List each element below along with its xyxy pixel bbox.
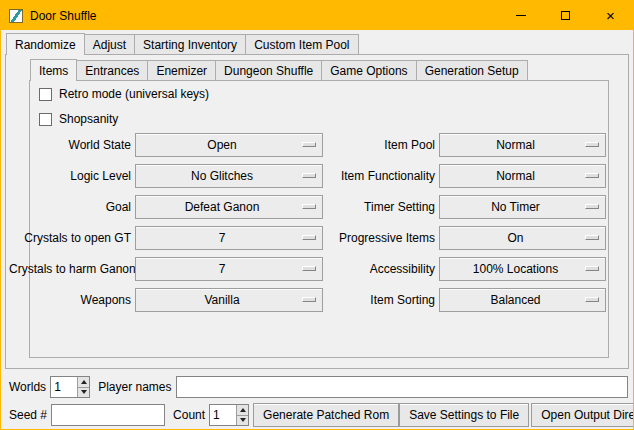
tab-game-options[interactable]: Game Options bbox=[321, 60, 416, 80]
crystals-harm-ganon-value: 7 bbox=[219, 262, 240, 276]
dropdown-indicator-icon bbox=[585, 235, 599, 240]
dropdown-indicator-icon bbox=[585, 297, 599, 302]
spin-down-button[interactable] bbox=[78, 387, 89, 398]
dropdown-indicator-icon bbox=[302, 266, 316, 271]
timer-setting-dropdown[interactable]: No Timer bbox=[439, 195, 606, 219]
worlds-input[interactable] bbox=[51, 377, 77, 397]
crystals-open-gt-dropdown[interactable]: 7 bbox=[135, 226, 323, 250]
player-names-input[interactable] bbox=[176, 376, 629, 398]
window-title: Door Shuffle bbox=[30, 9, 97, 23]
accessibility-dropdown[interactable]: 100% Locations bbox=[439, 257, 606, 281]
crystals-open-gt-value: 7 bbox=[219, 231, 240, 245]
up-arrow-icon bbox=[81, 380, 87, 384]
shopsanity-label: Shopsanity bbox=[59, 112, 118, 126]
dropdown-indicator-icon bbox=[302, 297, 316, 302]
count-input[interactable] bbox=[210, 405, 236, 425]
tab-entrances[interactable]: Entrances bbox=[76, 60, 148, 80]
worlds-stepper[interactable] bbox=[50, 376, 90, 398]
dropdown-indicator-icon bbox=[302, 142, 316, 147]
player-names-label: Player names bbox=[98, 380, 171, 394]
weapons-dropdown[interactable]: Vanilla bbox=[135, 288, 323, 312]
worlds-spin-buttons bbox=[77, 377, 89, 397]
minimize-button[interactable] bbox=[498, 1, 543, 30]
spin-up-button[interactable] bbox=[237, 405, 248, 415]
item-functionality-value: Normal bbox=[496, 169, 549, 183]
dropdown-indicator-icon bbox=[585, 142, 599, 147]
retro-mode-row: Retro mode (universal keys) bbox=[39, 86, 209, 102]
tab-enemizer[interactable]: Enemizer bbox=[147, 60, 216, 80]
tab-items[interactable]: Items bbox=[30, 59, 77, 81]
worlds-row: Worlds Player names bbox=[9, 375, 628, 399]
world-state-dropdown[interactable]: Open bbox=[135, 133, 323, 157]
form-row: Crystals to harm Ganon 7 Accessibility 1… bbox=[9, 256, 606, 281]
spin-down-button[interactable] bbox=[237, 415, 248, 426]
count-stepper[interactable] bbox=[209, 404, 249, 426]
shopsanity-checkbox[interactable] bbox=[39, 113, 52, 126]
weapons-label: Weapons bbox=[9, 293, 131, 307]
accessibility-value: 100% Locations bbox=[473, 262, 572, 276]
dropdown-indicator-icon bbox=[302, 204, 316, 209]
save-settings-button[interactable]: Save Settings to File bbox=[399, 403, 529, 427]
titlebar[interactable]: Door Shuffle × bbox=[1, 1, 633, 30]
timer-setting-label: Timer Setting bbox=[327, 200, 435, 214]
maximize-button[interactable] bbox=[543, 1, 588, 30]
maximize-icon bbox=[561, 11, 570, 20]
progressive-items-value: On bbox=[507, 231, 537, 245]
goal-value: Defeat Ganon bbox=[185, 200, 274, 214]
tab-adjust[interactable]: Adjust bbox=[84, 34, 135, 54]
item-pool-value: Normal bbox=[496, 138, 549, 152]
world-state-value: Open bbox=[207, 138, 250, 152]
progressive-items-dropdown[interactable]: On bbox=[439, 226, 606, 250]
form-row: Weapons Vanilla Item Sorting Balanced bbox=[9, 287, 606, 312]
dropdown-indicator-icon bbox=[585, 204, 599, 209]
crystals-harm-ganon-label: Crystals to harm Ganon bbox=[9, 262, 131, 276]
goal-label: Goal bbox=[9, 200, 131, 214]
up-arrow-icon bbox=[240, 408, 246, 412]
count-spin-buttons bbox=[236, 405, 248, 425]
tab-dungeon-shuffle[interactable]: Dungeon Shuffle bbox=[215, 60, 322, 80]
tab-custom-item-pool[interactable]: Custom Item Pool bbox=[245, 34, 358, 54]
window-controls: × bbox=[498, 1, 633, 30]
seed-label: Seed # bbox=[9, 408, 47, 422]
count-label: Count bbox=[173, 408, 205, 422]
dropdown-indicator-icon bbox=[585, 266, 599, 271]
tab-randomize[interactable]: Randomize bbox=[6, 33, 85, 55]
down-arrow-icon bbox=[81, 390, 87, 394]
generate-patched-rom-button[interactable]: Generate Patched Rom bbox=[253, 403, 399, 427]
dropdown-indicator-icon bbox=[302, 173, 316, 178]
weapons-value: Vanilla bbox=[204, 293, 253, 307]
timer-setting-value: No Timer bbox=[491, 200, 554, 214]
item-sorting-label: Item Sorting bbox=[327, 293, 435, 307]
retro-mode-checkbox[interactable] bbox=[39, 88, 52, 101]
item-sorting-value: Balanced bbox=[490, 293, 554, 307]
crystals-open-gt-label: Crystals to open GT bbox=[9, 231, 131, 245]
shopsanity-row: Shopsanity bbox=[39, 111, 118, 127]
crystals-harm-ganon-dropdown[interactable]: 7 bbox=[135, 257, 323, 281]
sub-tab-bar: Items Entrances Enemizer Dungeon Shuffle… bbox=[30, 60, 528, 81]
form-row: Crystals to open GT 7 Progressive Items … bbox=[9, 225, 606, 250]
logic-level-label: Logic Level bbox=[9, 169, 131, 183]
seed-input[interactable] bbox=[51, 404, 165, 426]
world-state-label: World State bbox=[9, 138, 131, 152]
dropdown-indicator-icon bbox=[302, 235, 316, 240]
tab-generation-setup[interactable]: Generation Setup bbox=[416, 60, 528, 80]
item-functionality-dropdown[interactable]: Normal bbox=[439, 164, 606, 188]
item-pool-dropdown[interactable]: Normal bbox=[439, 133, 606, 157]
goal-dropdown[interactable]: Defeat Ganon bbox=[135, 195, 323, 219]
close-button[interactable]: × bbox=[588, 1, 633, 30]
app-icon bbox=[9, 9, 23, 23]
form-row: World State Open Item Pool Normal bbox=[9, 132, 606, 157]
form-row: Logic Level No Glitches Item Functionali… bbox=[9, 163, 606, 188]
accessibility-label: Accessibility bbox=[327, 262, 435, 276]
open-output-directory-button[interactable]: Open Output Directory bbox=[531, 403, 634, 427]
tab-starting-inventory[interactable]: Starting Inventory bbox=[134, 34, 246, 54]
form-row: Goal Defeat Ganon Timer Setting No Timer bbox=[9, 194, 606, 219]
spin-up-button[interactable] bbox=[78, 377, 89, 387]
window: Door Shuffle × Randomize Adjust Starting… bbox=[0, 0, 634, 430]
down-arrow-icon bbox=[240, 418, 246, 422]
item-pool-label: Item Pool bbox=[327, 138, 435, 152]
dropdown-indicator-icon bbox=[585, 173, 599, 178]
logic-level-dropdown[interactable]: No Glitches bbox=[135, 164, 323, 188]
progressive-items-label: Progressive Items bbox=[327, 231, 435, 245]
item-sorting-dropdown[interactable]: Balanced bbox=[439, 288, 606, 312]
